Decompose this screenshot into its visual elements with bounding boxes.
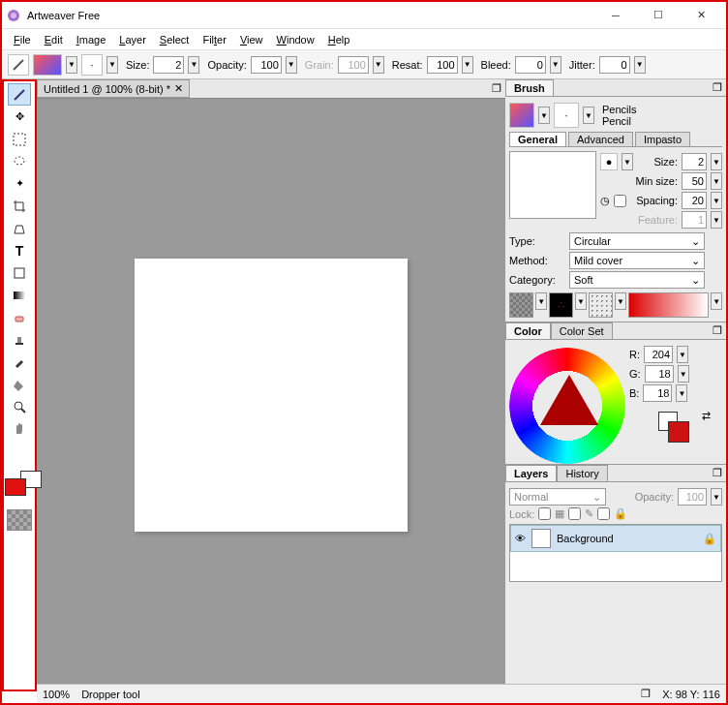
brush-category-icon[interactable] <box>509 103 534 128</box>
brush-shape-icon[interactable]: ● <box>600 153 618 170</box>
menu-select[interactable]: Select <box>154 32 196 47</box>
gradient-swatch[interactable] <box>628 292 709 318</box>
spray-dd[interactable]: ▼ <box>615 292 626 310</box>
brush-sub-impasto[interactable]: Impasto <box>635 132 690 146</box>
text-tool[interactable]: T <box>8 239 31 261</box>
b-dd[interactable]: ▼ <box>676 384 687 402</box>
brush-size-dd[interactable]: ▼ <box>711 153 722 170</box>
brush-size-input[interactable] <box>682 153 707 170</box>
minimize-button[interactable]: ─ <box>594 4 637 27</box>
marquee-tool[interactable] <box>8 128 31 150</box>
r-input[interactable] <box>644 346 673 363</box>
brush-icon[interactable] <box>8 54 29 76</box>
brush-variant-icon[interactable]: · <box>554 103 579 128</box>
restore-doc-icon[interactable]: ❐ <box>488 82 505 95</box>
size-dropdown[interactable]: ▼ <box>188 56 199 74</box>
document-tab[interactable]: Untitled 1 @ 100% (8-bit) * ✕ <box>37 79 190 98</box>
brush-shape-dropdown[interactable]: ▼ <box>622 153 633 170</box>
layers-panel-menu-icon[interactable]: ❐ <box>709 465 726 481</box>
menu-image[interactable]: Image <box>71 32 112 47</box>
eye-icon[interactable]: 👁 <box>515 533 526 544</box>
menu-view[interactable]: View <box>234 32 269 47</box>
eraser-tool[interactable] <box>8 306 31 328</box>
hand-tool[interactable] <box>8 417 31 440</box>
menu-window[interactable]: Window <box>271 32 320 47</box>
menu-file[interactable]: File <box>8 32 37 47</box>
menu-filter[interactable]: Filter <box>197 32 231 47</box>
brush-tip-dropdown[interactable]: ▼ <box>106 56 118 74</box>
opacity-input[interactable] <box>251 56 282 74</box>
bleed-input[interactable] <box>515 56 546 74</box>
history-panel-tab[interactable]: History <box>557 465 607 481</box>
panel-fg-swatch[interactable] <box>668 421 689 443</box>
canvas[interactable] <box>135 259 408 532</box>
jitter-input[interactable] <box>599 56 630 74</box>
brush-spacing-dd[interactable]: ▼ <box>711 192 722 209</box>
brush-tool[interactable] <box>8 83 31 106</box>
color-panel-menu-icon[interactable]: ❐ <box>709 322 726 339</box>
maximize-button[interactable]: ☐ <box>637 4 680 27</box>
gradient-tool[interactable] <box>8 284 31 306</box>
status-restore-icon[interactable]: ❐ <box>641 688 651 700</box>
layer-row-bg[interactable]: 👁 Background 🔒 <box>510 525 721 552</box>
size-input[interactable] <box>153 56 184 74</box>
menu-layer[interactable]: Layer <box>113 32 152 47</box>
spray-swatch[interactable] <box>589 292 613 318</box>
brush-preset-dropdown[interactable]: ▼ <box>66 56 77 74</box>
stamp-tool[interactable] <box>8 328 31 351</box>
category-select[interactable]: Soft⌄ <box>569 271 705 289</box>
type-select[interactable]: Circular⌄ <box>569 232 705 250</box>
lock-all[interactable] <box>597 507 610 520</box>
g-dd[interactable]: ▼ <box>678 365 689 383</box>
gradient-dd[interactable]: ▼ <box>711 292 722 310</box>
menu-edit[interactable]: Edit <box>39 32 69 47</box>
brush-spacing-input[interactable] <box>682 192 707 209</box>
b-input[interactable] <box>643 384 672 402</box>
lock-trans[interactable] <box>538 507 551 520</box>
color-panel-tab[interactable]: Color <box>505 322 551 339</box>
fill-tool[interactable] <box>8 373 31 395</box>
shape-tool[interactable] <box>8 261 31 284</box>
swap-colors-icon[interactable]: ⇄ <box>702 410 711 422</box>
close-button[interactable]: ✕ <box>680 4 722 27</box>
spacing-check[interactable] <box>614 195 626 207</box>
brush-minsize-input[interactable] <box>682 172 707 190</box>
dropper-tool[interactable] <box>8 351 31 373</box>
zoom-tool[interactable] <box>8 395 31 417</box>
move-tool[interactable]: ✥ <box>8 106 31 128</box>
brush-minsize-dd[interactable]: ▼ <box>711 172 722 190</box>
g-input[interactable] <box>645 365 674 383</box>
method-select[interactable]: Mild cover⌄ <box>569 252 705 269</box>
texture-swatch[interactable] <box>509 292 533 318</box>
brush-category-dropdown[interactable]: ▼ <box>538 107 550 124</box>
wand-tool[interactable]: ✦ <box>8 172 31 195</box>
brush-sub-general[interactable]: General <box>509 132 566 146</box>
pattern-swatch[interactable] <box>7 509 32 531</box>
colorset-panel-tab[interactable]: Color Set <box>551 322 613 339</box>
color-triangle[interactable] <box>540 375 598 425</box>
panel-menu-icon[interactable]: ❐ <box>709 79 726 96</box>
brush-variant-dropdown[interactable]: ▼ <box>583 107 594 124</box>
texture-dd[interactable]: ▼ <box>535 292 547 310</box>
layers-panel-tab[interactable]: Layers <box>505 465 557 481</box>
resat-dropdown[interactable]: ▼ <box>462 56 473 74</box>
brush-preset-selector[interactable] <box>33 54 62 76</box>
resat-input[interactable] <box>427 56 458 74</box>
angle-icon[interactable]: ◷ <box>600 195 610 207</box>
lock-paint[interactable] <box>568 507 581 520</box>
lasso-tool[interactable] <box>8 150 31 172</box>
brush-sub-advanced[interactable]: Advanced <box>568 132 633 146</box>
fg-color-swatch[interactable] <box>5 478 26 496</box>
brush-tip-selector[interactable]: · <box>81 54 103 76</box>
brush-panel-tab[interactable]: Brush <box>505 79 554 96</box>
bleed-dropdown[interactable]: ▼ <box>550 56 561 74</box>
jitter-dropdown[interactable]: ▼ <box>634 56 646 74</box>
pattern-dd[interactable]: ▼ <box>575 292 587 310</box>
status-zoom[interactable]: 100% <box>43 689 70 700</box>
r-dd[interactable]: ▼ <box>677 346 688 363</box>
close-tab-icon[interactable]: ✕ <box>174 82 183 95</box>
menu-help[interactable]: Help <box>322 32 356 47</box>
opacity-dropdown[interactable]: ▼ <box>286 56 297 74</box>
crop-tool[interactable] <box>8 195 31 217</box>
perspective-tool[interactable] <box>8 217 31 239</box>
